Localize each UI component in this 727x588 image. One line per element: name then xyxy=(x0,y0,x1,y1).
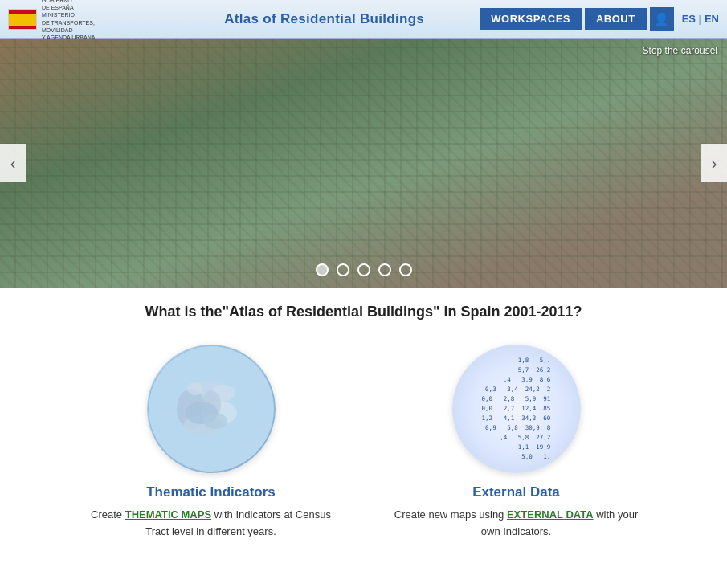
site-header: GOBIERNO DE ESPAÑA MINISTERIO DE TRANSPO… xyxy=(0,0,727,39)
language-switcher: ES | EN xyxy=(682,13,719,25)
carousel-dot-4[interactable] xyxy=(378,263,391,276)
data-row-10: 1,1 19,9 xyxy=(482,443,551,452)
external-data-icon: 1,8 5,. 5,7 26,2 ,4 3,9 8,6 0,3 3,4 24,2… xyxy=(452,345,581,473)
carousel-dot-5[interactable] xyxy=(399,263,412,276)
data-row-9: ,4 5,8 27,2 xyxy=(482,433,551,443)
data-row-1: 1,8 5,. xyxy=(482,356,551,365)
main-content: What is the"Atlas of Residential Buildin… xyxy=(0,288,727,557)
carousel-next-button[interactable]: › xyxy=(701,144,727,182)
about-button[interactable]: ABOUT xyxy=(585,8,647,30)
external-highlight: EXTERNAL DATA xyxy=(507,508,594,521)
city-overlay xyxy=(0,39,727,288)
thematic-desc: Create THEMATIC MAPS with Indicators at … xyxy=(83,507,340,541)
thematic-highlight: THEMATIC MAPS xyxy=(125,508,211,521)
svg-point-7 xyxy=(187,382,203,395)
ministry-text: GOBIERNO DE ESPAÑA MINISTERIO DE TRANSPO… xyxy=(42,0,122,41)
data-row-7: 1,2 4,1 34,3 60 xyxy=(482,414,551,423)
lang-es-link[interactable]: ES xyxy=(682,13,696,25)
external-data-card: 1,8 5,. 5,7 26,2 ,4 3,9 8,6 0,3 3,4 24,2… xyxy=(388,345,645,541)
carousel-dot-3[interactable] xyxy=(357,263,370,276)
carousel-prev-button[interactable]: ‹ xyxy=(0,144,26,182)
user-icon-button[interactable]: 👤 xyxy=(650,7,674,31)
carousel-image xyxy=(0,39,727,288)
data-row-4: 0,3 3,4 24,2 2 xyxy=(482,385,551,394)
map-globe-svg xyxy=(147,345,276,473)
carousel-dot-1[interactable] xyxy=(316,263,329,276)
features-row: Thematic Indicators Create THEMATIC MAPS… xyxy=(32,345,695,541)
external-desc: Create new maps using EXTERNAL DATA with… xyxy=(388,507,645,541)
carousel-dots xyxy=(316,263,412,276)
lang-separator: | xyxy=(699,13,702,25)
data-row-11: 5,0 1, xyxy=(482,452,551,462)
data-row-2: 5,7 26,2 xyxy=(482,365,551,375)
data-row-3: ,4 3,9 8,6 xyxy=(482,375,551,385)
chevron-left-icon: ‹ xyxy=(10,154,16,173)
top-nav: WORKSPACES ABOUT 👤 ES | EN xyxy=(480,7,719,31)
user-icon: 👤 xyxy=(654,12,669,27)
data-row-5: 0,0 2,8 5,9 91 xyxy=(482,394,551,404)
chevron-right-icon: › xyxy=(712,154,717,173)
logo-area: GOBIERNO DE ESPAÑA MINISTERIO DE TRANSPO… xyxy=(8,0,169,41)
thematic-desc-before: Create xyxy=(91,508,125,521)
external-title: External Data xyxy=(472,484,560,500)
svg-point-10 xyxy=(203,413,227,429)
data-row-6: 0,0 2,7 12,4 85 xyxy=(482,404,551,414)
data-table-values: 1,8 5,. 5,7 26,2 ,4 3,9 8,6 0,3 3,4 24,2… xyxy=(482,356,551,462)
main-question: What is the"Atlas of Residential Buildin… xyxy=(32,304,695,321)
stop-carousel-button[interactable]: Stop the carousel xyxy=(643,45,717,56)
site-title: Atlas of Residential Buildings xyxy=(169,11,480,27)
spain-flag xyxy=(8,9,37,30)
thematic-title: Thematic Indicators xyxy=(146,484,276,500)
workspaces-button[interactable]: WORKSPACES xyxy=(480,8,582,30)
hero-carousel: Stop the carousel ‹ › xyxy=(0,39,727,288)
external-desc-before: Create new maps using xyxy=(394,508,507,521)
lang-en-link[interactable]: EN xyxy=(705,13,719,25)
data-row-8: 0,9 5,8 30,9 8 xyxy=(482,423,551,433)
thematic-map-icon xyxy=(147,345,276,473)
carousel-dot-2[interactable] xyxy=(337,263,349,276)
thematic-indicators-card: Thematic Indicators Create THEMATIC MAPS… xyxy=(83,345,340,541)
